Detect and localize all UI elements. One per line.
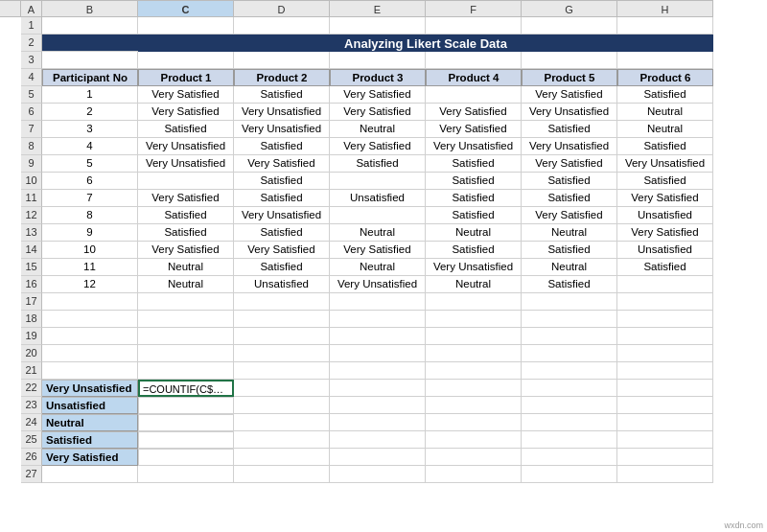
data-cell-12-1[interactable]: Satisfied [138, 207, 234, 224]
data-cell-11-1[interactable]: Very Satisfied [138, 190, 234, 207]
data-cell-16-5[interactable]: Satisfied [522, 276, 617, 293]
data-cell-6-3[interactable]: Very Satisfied [330, 104, 426, 121]
data-cell-15-1[interactable]: Neutral [138, 259, 234, 276]
data-cell-7-1[interactable]: Satisfied [138, 121, 234, 138]
data-cell-10-5[interactable]: Satisfied [522, 173, 617, 190]
data-cell-5-3[interactable]: Very Satisfied [330, 86, 426, 104]
data-cell-11-6[interactable]: Very Satisfied [617, 190, 713, 207]
row-26: 26Very Satisfied [21, 449, 767, 466]
data-cell-9-1[interactable]: Very Unsatisfied [138, 155, 234, 173]
data-cell-5-2[interactable]: Satisfied [234, 86, 330, 104]
data-cell-7-5[interactable]: Satisfied [522, 121, 617, 138]
col-header-g[interactable]: G [522, 0, 617, 17]
summary-formula-0[interactable]: =COUNTIF(C$5:C$16,$B$22) [138, 380, 234, 397]
data-cell-12-4[interactable]: Satisfied [426, 207, 522, 224]
row-header-15: 15 [21, 259, 42, 276]
data-cell-15-4[interactable]: Very Unsatisfied [426, 259, 522, 276]
col-header-h[interactable]: H [617, 0, 713, 17]
data-cell-16-6[interactable] [617, 276, 713, 293]
summary-formula-4[interactable] [138, 449, 234, 466]
data-cell-10-6[interactable]: Satisfied [617, 173, 713, 190]
data-cell-10-0[interactable]: 6 [42, 173, 138, 190]
data-cell-9-4[interactable]: Satisfied [426, 155, 522, 173]
data-cell-5-6[interactable]: Satisfied [617, 86, 713, 104]
data-cell-16-2[interactable]: Unsatisfied [234, 276, 330, 293]
data-cell-14-0[interactable]: 10 [42, 242, 138, 259]
data-cell-11-0[interactable]: 7 [42, 190, 138, 207]
data-cell-7-0[interactable]: 3 [42, 121, 138, 138]
col-header-c[interactable]: C [138, 0, 234, 17]
data-cell-16-0[interactable]: 12 [42, 276, 138, 293]
data-cell-10-1[interactable] [138, 173, 234, 190]
data-cell-6-4[interactable]: Very Satisfied [426, 104, 522, 121]
summary-formula-3[interactable] [138, 431, 234, 449]
data-cell-12-6[interactable]: Unsatisfied [617, 207, 713, 224]
data-cell-10-3[interactable] [330, 173, 426, 190]
data-cell-11-3[interactable]: Unsatisfied [330, 190, 426, 207]
data-cell-8-1[interactable]: Very Unsatisfied [138, 138, 234, 155]
col-header-b[interactable]: B [42, 0, 138, 17]
data-cell-8-3[interactable]: Very Satisfied [330, 138, 426, 155]
col-header-a[interactable]: A [21, 0, 42, 17]
data-cell-8-2[interactable]: Satisfied [234, 138, 330, 155]
data-cell-13-3[interactable]: Neutral [330, 224, 426, 242]
data-cell-5-5[interactable]: Very Satisfied [522, 86, 617, 104]
data-cell-9-6[interactable]: Very Unsatisfied [617, 155, 713, 173]
data-cell-7-3[interactable]: Neutral [330, 121, 426, 138]
summary-formula-2[interactable] [138, 414, 234, 431]
data-cell-14-2[interactable]: Very Satisfied [234, 242, 330, 259]
data-cell-15-6[interactable]: Satisfied [617, 259, 713, 276]
data-cell-14-6[interactable]: Unsatisfied [617, 242, 713, 259]
data-cell-7-6[interactable]: Neutral [617, 121, 713, 138]
col-header-e[interactable]: E [330, 0, 426, 17]
data-cell-14-4[interactable]: Satisfied [426, 242, 522, 259]
data-cell-14-1[interactable]: Very Satisfied [138, 242, 234, 259]
summary-formula-1[interactable] [138, 397, 234, 414]
data-cell-14-5[interactable]: Satisfied [522, 242, 617, 259]
data-cell-14-3[interactable]: Very Satisfied [330, 242, 426, 259]
data-cell-12-0[interactable]: 8 [42, 207, 138, 224]
data-cell-6-2[interactable]: Very Unsatisfied [234, 104, 330, 121]
data-cell-8-5[interactable]: Very Unsatisfied [522, 138, 617, 155]
data-cell-16-4[interactable]: Neutral [426, 276, 522, 293]
data-cell-15-2[interactable]: Satisfied [234, 259, 330, 276]
data-cell-12-5[interactable]: Very Satisfied [522, 207, 617, 224]
data-cell-7-4[interactable]: Very Satisfied [426, 121, 522, 138]
data-cell-15-5[interactable]: Neutral [522, 259, 617, 276]
data-cell-6-0[interactable]: 2 [42, 104, 138, 121]
data-cell-8-6[interactable]: Satisfied [617, 138, 713, 155]
data-cell-13-0[interactable]: 9 [42, 224, 138, 242]
data-cell-13-4[interactable]: Neutral [426, 224, 522, 242]
data-cell-11-2[interactable]: Satisfied [234, 190, 330, 207]
data-cell-7-2[interactable]: Very Unsatisfied [234, 121, 330, 138]
data-cell-13-5[interactable]: Neutral [522, 224, 617, 242]
data-cell-12-3[interactable] [330, 207, 426, 224]
data-cell-6-5[interactable]: Very Unsatisfied [522, 104, 617, 121]
data-cell-15-0[interactable]: 11 [42, 259, 138, 276]
data-cell-13-6[interactable]: Very Satisfied [617, 224, 713, 242]
data-cell-15-3[interactable]: Neutral [330, 259, 426, 276]
data-cell-10-4[interactable]: Satisfied [426, 173, 522, 190]
data-cell-9-0[interactable]: 5 [42, 155, 138, 173]
data-cell-8-4[interactable]: Very Unsatisfied [426, 138, 522, 155]
data-cell-13-1[interactable]: Satisfied [138, 224, 234, 242]
data-cell-5-1[interactable]: Very Satisfied [138, 86, 234, 104]
data-cell-6-1[interactable]: Very Satisfied [138, 104, 234, 121]
column-headers: A B C D E F G H [0, 0, 713, 17]
data-cell-6-6[interactable]: Neutral [617, 104, 713, 121]
data-cell-8-0[interactable]: 4 [42, 138, 138, 155]
data-cell-11-4[interactable]: Satisfied [426, 190, 522, 207]
col-header-f[interactable]: F [426, 0, 522, 17]
data-cell-9-3[interactable]: Satisfied [330, 155, 426, 173]
data-cell-13-2[interactable]: Satisfied [234, 224, 330, 242]
data-cell-5-0[interactable]: 1 [42, 86, 138, 104]
data-cell-9-5[interactable]: Very Satisfied [522, 155, 617, 173]
data-cell-9-2[interactable]: Very Satisfied [234, 155, 330, 173]
data-cell-12-2[interactable]: Very Unsatisfied [234, 207, 330, 224]
data-cell-5-4[interactable] [426, 86, 522, 104]
col-header-d[interactable]: D [234, 0, 330, 17]
data-cell-11-5[interactable]: Satisfied [522, 190, 617, 207]
data-cell-10-2[interactable]: Satisfied [234, 173, 330, 190]
data-cell-16-1[interactable]: Neutral [138, 276, 234, 293]
data-cell-16-3[interactable]: Very Unsatisfied [330, 276, 426, 293]
